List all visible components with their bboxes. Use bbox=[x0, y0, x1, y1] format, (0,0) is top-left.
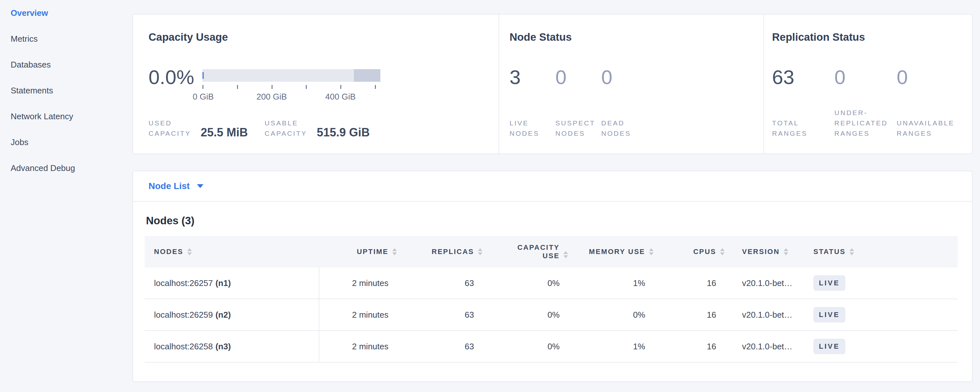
replication-status-title: Replication Status bbox=[772, 31, 972, 44]
node-list-dropdown[interactable]: Node List bbox=[133, 171, 972, 201]
sort-icon bbox=[563, 251, 568, 258]
cluster-summary-card: Capacity Usage 0.0% bbox=[132, 14, 972, 154]
header-capacity-use[interactable]: CAPACITYUSE bbox=[482, 243, 568, 260]
node-status-cell: LIVE bbox=[812, 331, 958, 362]
capacity-percent-value: 0.0% bbox=[148, 66, 194, 102]
node-cpus: 16 bbox=[654, 268, 725, 299]
header-version[interactable]: VERSION bbox=[725, 247, 812, 256]
under-replicated-ranges-value: 0 bbox=[834, 66, 897, 89]
node-status-labels: LIVENODES SUSPECTNODES DEADNODES bbox=[509, 118, 763, 139]
node-uptime: 2 minutes bbox=[319, 268, 397, 299]
node-address: localhost:26257(n1) bbox=[145, 268, 319, 299]
status-badge: LIVE bbox=[813, 339, 845, 354]
capacity-axis-ticks bbox=[202, 85, 380, 89]
live-nodes-value: 3 bbox=[509, 66, 555, 89]
axis-label-400: 400 GiB bbox=[325, 92, 355, 102]
capacity-bar-used-marker bbox=[202, 72, 204, 79]
node-status-values: 3 0 0 bbox=[509, 66, 763, 89]
capacity-gauge: 0.0% 0 GiB bbox=[148, 66, 498, 102]
sort-icon bbox=[478, 248, 482, 255]
nodes-section-title: Nodes (3) bbox=[146, 215, 972, 227]
node-replicas: 63 bbox=[397, 299, 482, 330]
replication-labels: TOTALRANGES UNDER-REPLICATEDRANGES UNAVA… bbox=[772, 108, 972, 139]
node-memory-use: 1% bbox=[568, 268, 654, 299]
nodes-table: NODES UPTIME REPLICAS CAPACITYUSE MEMORY… bbox=[145, 236, 958, 363]
header-uptime[interactable]: UPTIME bbox=[319, 247, 397, 256]
usable-capacity-label: USABLECAPACITY bbox=[265, 118, 307, 139]
dead-nodes-label: DEADNODES bbox=[601, 118, 647, 139]
node-uptime: 2 minutes bbox=[319, 299, 397, 330]
node-capacity-use: 0% bbox=[482, 331, 568, 362]
sort-icon bbox=[720, 248, 725, 255]
node-row-n1[interactable]: localhost:26257(n1) 2 minutes 63 0% 1% 1… bbox=[145, 268, 958, 299]
sidebar-item-network-latency[interactable]: Network Latency bbox=[0, 104, 132, 129]
used-capacity-label: USEDCAPACITY bbox=[148, 118, 191, 139]
header-replicas[interactable]: REPLICAS bbox=[397, 247, 482, 256]
axis-label-200: 200 GiB bbox=[256, 92, 287, 102]
capacity-bar-track bbox=[202, 69, 380, 82]
unavailable-ranges-label: UNAVAILABLERANGES bbox=[897, 118, 959, 139]
sidebar-item-metrics[interactable]: Metrics bbox=[0, 26, 132, 52]
live-nodes-label: LIVENODES bbox=[509, 118, 555, 139]
node-status-cell: LIVE bbox=[812, 268, 958, 299]
total-ranges-label: TOTALRANGES bbox=[772, 118, 834, 139]
unavailable-ranges-value: 0 bbox=[897, 66, 959, 89]
node-version: v20.1.0-bet… bbox=[725, 299, 812, 330]
sidebar-item-jobs[interactable]: Jobs bbox=[0, 129, 132, 155]
node-replicas: 63 bbox=[397, 331, 482, 362]
suspect-nodes-label: SUSPECTNODES bbox=[555, 118, 601, 139]
header-memory-use[interactable]: MEMORY USE bbox=[568, 247, 654, 256]
node-cpus: 16 bbox=[654, 299, 725, 330]
caret-down-icon bbox=[197, 184, 204, 188]
nodes-card: Node List Nodes (3) NODES UPTIME REPLICA… bbox=[132, 171, 972, 382]
node-uptime: 2 minutes bbox=[319, 331, 397, 362]
divider bbox=[133, 201, 972, 202]
sort-icon bbox=[784, 248, 788, 255]
capacity-stats: USEDCAPACITY 25.5 MiB USABLECAPACITY 515… bbox=[148, 118, 498, 139]
dead-nodes-value: 0 bbox=[601, 66, 647, 89]
header-status[interactable]: STATUS bbox=[812, 247, 958, 256]
header-cpus[interactable]: CPUS bbox=[654, 247, 725, 256]
node-capacity-use: 0% bbox=[482, 299, 568, 330]
sidebar-item-statements[interactable]: Statements bbox=[0, 78, 132, 104]
capacity-usage-section: Capacity Usage 0.0% bbox=[133, 14, 498, 153]
node-version: v20.1.0-bet… bbox=[725, 268, 812, 299]
node-memory-use: 0% bbox=[568, 299, 654, 330]
node-capacity-use: 0% bbox=[482, 268, 568, 299]
status-badge: LIVE bbox=[813, 307, 845, 322]
status-badge: LIVE bbox=[813, 275, 845, 291]
sort-icon bbox=[649, 248, 654, 255]
capacity-bar: 0 GiB 200 GiB 400 GiB bbox=[202, 69, 380, 102]
sort-icon bbox=[850, 248, 854, 255]
sidebar-item-databases[interactable]: Databases bbox=[0, 52, 132, 78]
capacity-axis-labels: 0 GiB 200 GiB 400 GiB bbox=[202, 92, 380, 102]
suspect-nodes-value: 0 bbox=[555, 66, 601, 89]
node-row-n2[interactable]: localhost:26259(n2) 2 minutes 63 0% 0% 1… bbox=[145, 299, 958, 331]
capacity-usage-title: Capacity Usage bbox=[148, 31, 498, 44]
sidebar-item-advanced-debug[interactable]: Advanced Debug bbox=[0, 155, 132, 181]
node-memory-use: 1% bbox=[568, 331, 654, 362]
under-replicated-ranges-label: UNDER-REPLICATEDRANGES bbox=[834, 108, 897, 139]
sidebar: Overview Metrics Databases Statements Ne… bbox=[0, 0, 132, 392]
node-row-n3[interactable]: localhost:26258(n3) 2 minutes 63 0% 1% 1… bbox=[145, 331, 958, 363]
replication-status-section: Replication Status 63 0 0 TOTALRANGES UN… bbox=[763, 14, 972, 153]
sidebar-item-overview[interactable]: Overview bbox=[0, 0, 132, 26]
node-status-title: Node Status bbox=[509, 31, 763, 44]
header-nodes[interactable]: NODES bbox=[145, 247, 319, 256]
node-list-dropdown-label: Node List bbox=[148, 181, 190, 191]
nodes-table-header: NODES UPTIME REPLICAS CAPACITYUSE MEMORY… bbox=[145, 236, 958, 268]
capacity-bar-reserved-segment bbox=[354, 69, 380, 82]
node-status-section: Node Status 3 0 0 LIVENODES SUSPECTNODES… bbox=[498, 14, 763, 153]
used-capacity-value: 25.5 MiB bbox=[200, 126, 248, 139]
node-version: v20.1.0-bet… bbox=[725, 331, 812, 362]
main-content: Capacity Usage 0.0% bbox=[132, 0, 972, 382]
usable-capacity-value: 515.9 GiB bbox=[317, 126, 370, 139]
node-status-cell: LIVE bbox=[812, 299, 958, 330]
node-replicas: 63 bbox=[397, 268, 482, 299]
node-address: localhost:26259(n2) bbox=[145, 299, 319, 330]
total-ranges-value: 63 bbox=[772, 66, 834, 89]
sort-icon bbox=[187, 248, 192, 255]
replication-values: 63 0 0 bbox=[772, 66, 972, 89]
node-address: localhost:26258(n3) bbox=[145, 331, 319, 362]
sort-icon bbox=[392, 248, 397, 255]
